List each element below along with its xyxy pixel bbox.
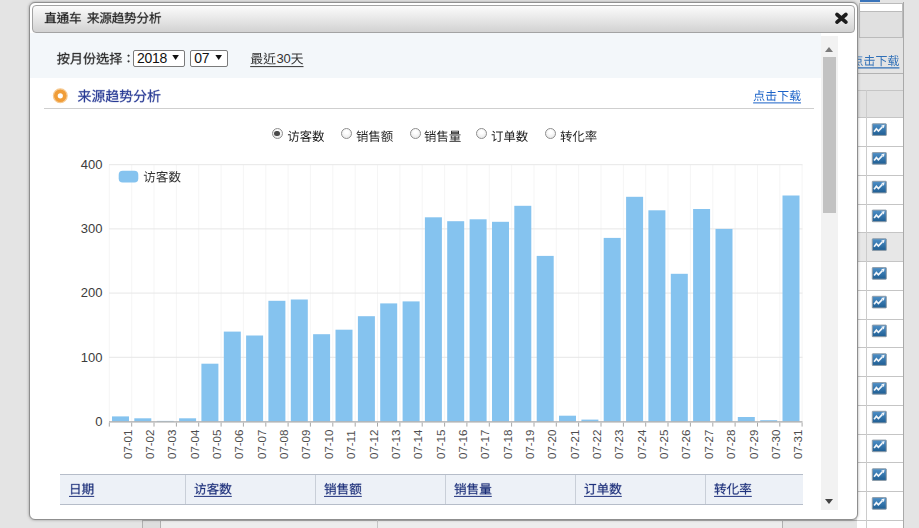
svg-text:07-16: 07-16 [457, 430, 469, 459]
svg-text:07-03: 07-03 [166, 430, 178, 459]
svg-text:07-14: 07-14 [412, 429, 424, 459]
svg-text:07-05: 07-05 [211, 430, 223, 459]
svg-text:07-17: 07-17 [479, 430, 491, 459]
svg-text:07-11: 07-11 [345, 430, 357, 459]
svg-text:07-27: 07-27 [703, 430, 715, 459]
svg-text:07-04: 07-04 [189, 429, 201, 459]
svg-text:07-19: 07-19 [524, 430, 536, 459]
svg-text:07-30: 07-30 [770, 430, 782, 459]
svg-text:200: 200 [81, 285, 103, 300]
svg-text:100: 100 [81, 350, 103, 365]
svg-text:07-15: 07-15 [435, 430, 447, 459]
svg-text:07-01: 07-01 [122, 430, 134, 459]
svg-text:30: 30 [276, 51, 290, 66]
svg-text:07-09: 07-09 [300, 430, 312, 459]
svg-text:2018: 2018 [137, 50, 167, 66]
svg-text:07-23: 07-23 [613, 430, 625, 459]
svg-text:07-29: 07-29 [748, 430, 760, 459]
svg-text:07-10: 07-10 [323, 430, 335, 459]
svg-text:0: 0 [95, 414, 102, 429]
svg-text:07-06: 07-06 [233, 430, 245, 459]
svg-text:07-21: 07-21 [569, 430, 581, 459]
svg-text:07-02: 07-02 [144, 430, 156, 459]
svg-text:07-22: 07-22 [591, 430, 603, 459]
svg-text:400: 400 [81, 157, 103, 172]
svg-text:07-08: 07-08 [278, 430, 290, 459]
svg-text:300: 300 [81, 221, 103, 236]
svg-text:07-12: 07-12 [368, 430, 380, 459]
svg-text:07: 07 [194, 50, 209, 66]
svg-text:07-26: 07-26 [680, 430, 692, 459]
svg-text:07-07: 07-07 [256, 430, 268, 459]
svg-text:07-18: 07-18 [502, 430, 514, 459]
svg-text:07-25: 07-25 [658, 430, 670, 459]
svg-text:07-24: 07-24 [636, 429, 648, 459]
svg-text:07-13: 07-13 [390, 430, 402, 459]
svg-text:07-20: 07-20 [546, 430, 558, 459]
svg-text:07-31: 07-31 [792, 430, 804, 459]
svg-text:07-28: 07-28 [725, 430, 737, 459]
